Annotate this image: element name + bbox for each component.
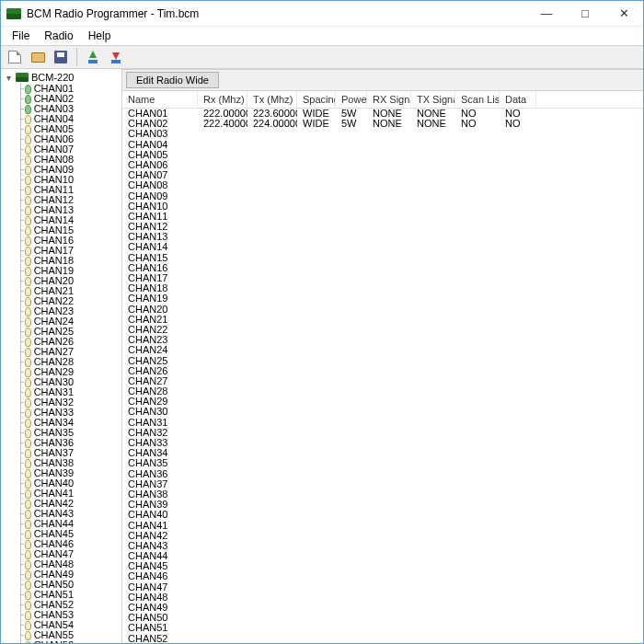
channel-list[interactable]: Name Rx (Mhz) Tx (Mhz) Spacing Power RX … <box>122 91 643 644</box>
list-row[interactable]: CHAN04 <box>122 140 643 150</box>
list-row[interactable]: CHAN38 <box>122 489 643 500</box>
cell-rx-signal <box>367 150 411 160</box>
list-row[interactable]: CHAN49 <box>122 603 643 613</box>
list-row[interactable]: CHAN14 <box>122 242 643 252</box>
minimize-button[interactable]: — <box>527 1 566 26</box>
list-row[interactable]: CHAN36 <box>122 469 643 479</box>
save-button[interactable] <box>51 47 71 67</box>
tree-root-node[interactable]: ▾ BCM-220 <box>1 71 121 84</box>
cell-rx-signal <box>367 222 411 232</box>
col-tx[interactable]: Tx (Mhz) <box>247 91 297 108</box>
cell-power <box>336 397 367 407</box>
cell-data <box>500 305 536 315</box>
list-row[interactable]: CHAN34 <box>122 448 643 458</box>
cell-data <box>500 521 536 531</box>
list-row[interactable]: CHAN41 <box>122 521 643 531</box>
edit-radio-wide-button[interactable]: Edit Radio Wide <box>126 72 219 88</box>
maximize-button[interactable]: □ <box>566 1 604 26</box>
list-row[interactable]: CHAN06 <box>122 160 643 170</box>
menu-help[interactable]: Help <box>81 28 119 44</box>
list-row[interactable]: CHAN08 <box>122 180 643 190</box>
list-row[interactable]: CHAN01222.000000223.600000WIDE5WNONENONE… <box>122 109 643 119</box>
list-row[interactable]: CHAN44 <box>122 551 643 561</box>
col-name[interactable]: Name <box>122 91 198 108</box>
list-row[interactable]: CHAN50 <box>122 613 643 623</box>
menu-radio[interactable]: Radio <box>37 28 80 44</box>
col-spacing[interactable]: Spacing <box>297 91 336 108</box>
cell-rx: 222.000000 <box>198 109 247 119</box>
cell-data <box>500 345 536 355</box>
list-row[interactable]: CHAN18 <box>122 283 643 293</box>
cell-tx <box>247 386 297 397</box>
list-row[interactable]: CHAN22 <box>122 325 643 335</box>
channel-status-icon <box>25 155 31 165</box>
list-row[interactable]: CHAN35 <box>122 458 643 468</box>
list-row[interactable]: CHAN15 <box>122 253 643 263</box>
list-row[interactable]: CHAN51 <box>122 623 643 633</box>
list-row[interactable]: CHAN33 <box>122 438 643 448</box>
tree-panel[interactable]: ▾ BCM-220 ├ CHAN01├ CHAN02├ CHAN03├ CHAN… <box>1 69 122 644</box>
close-button[interactable]: ✕ <box>604 1 643 26</box>
list-row[interactable]: CHAN29 <box>122 397 643 407</box>
list-row[interactable]: CHAN40 <box>122 510 643 520</box>
cell-tx <box>247 531 297 541</box>
collapse-icon[interactable]: ▾ <box>5 74 13 82</box>
list-row[interactable]: CHAN45 <box>122 561 643 571</box>
channel-status-icon <box>25 510 31 519</box>
list-row[interactable]: CHAN11 <box>122 212 643 222</box>
list-row[interactable]: CHAN32 <box>122 428 643 438</box>
cell-power <box>336 315 367 325</box>
list-row[interactable]: CHAN48 <box>122 592 643 603</box>
col-rx-signal[interactable]: RX Signal <box>367 91 411 108</box>
upload-icon <box>86 51 99 63</box>
list-row[interactable]: CHAN17 <box>122 273 643 283</box>
list-row[interactable]: CHAN21 <box>122 315 643 325</box>
open-button[interactable] <box>28 47 48 67</box>
list-row[interactable]: CHAN10 <box>122 201 643 212</box>
list-row[interactable]: CHAN52 <box>122 634 643 644</box>
list-row[interactable]: CHAN39 <box>122 500 643 510</box>
col-scan-list[interactable]: Scan List <box>455 91 500 108</box>
col-data[interactable]: Data <box>500 91 536 108</box>
list-row[interactable]: CHAN03 <box>122 129 643 139</box>
list-row[interactable]: CHAN09 <box>122 191 643 201</box>
list-row[interactable]: CHAN37 <box>122 479 643 489</box>
cell-tx-signal <box>411 335 455 345</box>
list-row[interactable]: CHAN28 <box>122 386 643 397</box>
list-row[interactable]: CHAN24 <box>122 345 643 355</box>
download-button[interactable] <box>106 47 126 67</box>
new-button[interactable] <box>5 47 25 67</box>
list-row[interactable]: CHAN30 <box>122 407 643 417</box>
list-row[interactable]: CHAN26 <box>122 366 643 376</box>
list-row[interactable]: CHAN25 <box>122 356 643 366</box>
list-row[interactable]: CHAN13 <box>122 232 643 242</box>
col-power[interactable]: Power <box>336 91 367 108</box>
list-row[interactable]: CHAN46 <box>122 571 643 581</box>
list-row[interactable]: CHAN23 <box>122 335 643 345</box>
tree-item-chan56[interactable]: ├ CHAN56 <box>1 640 121 644</box>
list-row[interactable]: CHAN12 <box>122 222 643 232</box>
upload-button[interactable] <box>83 47 103 67</box>
cell-tx-signal <box>411 458 455 468</box>
cell-power <box>336 325 367 335</box>
cell-spacing <box>297 180 336 190</box>
col-tx-signal[interactable]: TX Signal <box>411 91 455 108</box>
list-row[interactable]: CHAN27 <box>122 376 643 386</box>
list-row[interactable]: CHAN42 <box>122 531 643 541</box>
cell-tx-signal <box>411 479 455 489</box>
list-row[interactable]: CHAN16 <box>122 263 643 273</box>
list-row[interactable]: CHAN47 <box>122 582 643 592</box>
list-row[interactable]: CHAN02222.400000224.000000WIDE5WNONENONE… <box>122 119 643 129</box>
list-row[interactable]: CHAN20 <box>122 305 643 315</box>
cell-spacing <box>297 283 336 293</box>
menu-file[interactable]: File <box>5 28 37 44</box>
col-rx[interactable]: Rx (Mhz) <box>198 91 247 108</box>
channel-status-icon <box>25 469 31 478</box>
list-row[interactable]: CHAN43 <box>122 541 643 551</box>
list-row[interactable]: CHAN05 <box>122 150 643 160</box>
list-row[interactable]: CHAN31 <box>122 418 643 428</box>
list-row[interactable]: CHAN19 <box>122 293 643 304</box>
list-row[interactable]: CHAN07 <box>122 170 643 180</box>
cell-data <box>500 438 536 448</box>
cell-spacing <box>297 201 336 212</box>
